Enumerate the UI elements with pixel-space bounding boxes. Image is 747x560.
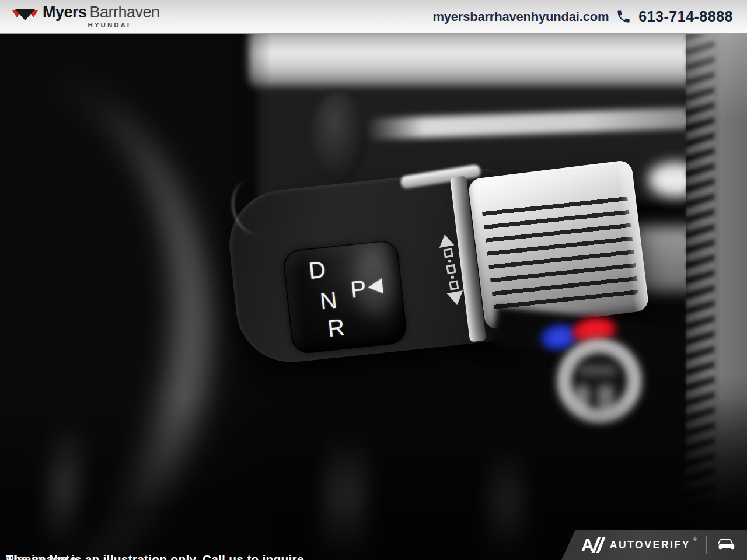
autoverify-brand-text: AUTOVERIFY — [610, 539, 690, 551]
triangle-down-icon — [447, 290, 466, 307]
autoverify-badge: A AUTOVERIFY ® — [561, 530, 747, 560]
dot-icon — [448, 260, 451, 263]
shifter-chrome-knob — [467, 160, 650, 330]
light-streak — [489, 442, 524, 559]
gear-label-park: P — [350, 276, 368, 302]
light-streak — [321, 429, 369, 559]
phone-icon — [616, 9, 631, 24]
vehicle-photo-page: MyersBarrhaven HYUNDAI myersbarrhavenhyu… — [0, 0, 747, 560]
badge-divider — [706, 536, 707, 554]
gear-label-neutral: N — [319, 288, 338, 313]
dash-trim-highlight — [248, 34, 715, 86]
dealer-phone: 613-714-8888 — [638, 8, 733, 25]
myers-m-emblem-icon — [12, 8, 39, 23]
dealer-name-regular: Barrhaven — [90, 4, 160, 21]
square-icon — [443, 248, 453, 258]
dealer-name-sub: HYUNDAI — [51, 22, 168, 29]
square-icon — [449, 280, 459, 290]
knob-ridges — [481, 187, 640, 312]
autoverify-logo-icon: A — [581, 536, 602, 554]
rim-top-highlight — [686, 34, 747, 121]
gear-label-reverse: R — [326, 315, 345, 340]
disclaimer-text: The image is an illustration only. Call … — [6, 552, 308, 560]
dial-glyph-blur — [579, 365, 616, 376]
dealer-name: MyersBarrhaven HYUNDAI — [43, 5, 160, 29]
dealer-name-bold: Myers — [43, 4, 87, 21]
triangle-up-icon — [437, 233, 454, 248]
gear-label-drive: D — [308, 257, 327, 282]
gear-position-pad: D N P R — [282, 239, 408, 355]
dealer-contact: myersbarrhavenhyundai.com 613-714-8888 — [432, 8, 733, 25]
car-front-icon — [714, 537, 736, 552]
vent-dial-blur — [310, 92, 366, 184]
autoverify-monogram-letter: A — [581, 536, 593, 554]
dot-icon — [451, 275, 454, 279]
dealer-logo: MyersBarrhaven HYUNDAI — [12, 5, 160, 29]
dealer-website: myersbarrhavenhyundai.com — [432, 9, 609, 24]
dealer-header: MyersBarrhaven HYUNDAI myersbarrhavenhyu… — [0, 0, 747, 34]
gear-selector-photo: D N P R — [0, 34, 747, 560]
park-position-arrow-icon — [367, 278, 383, 295]
registered-trademark: ® — [693, 537, 697, 542]
square-icon — [446, 264, 456, 274]
